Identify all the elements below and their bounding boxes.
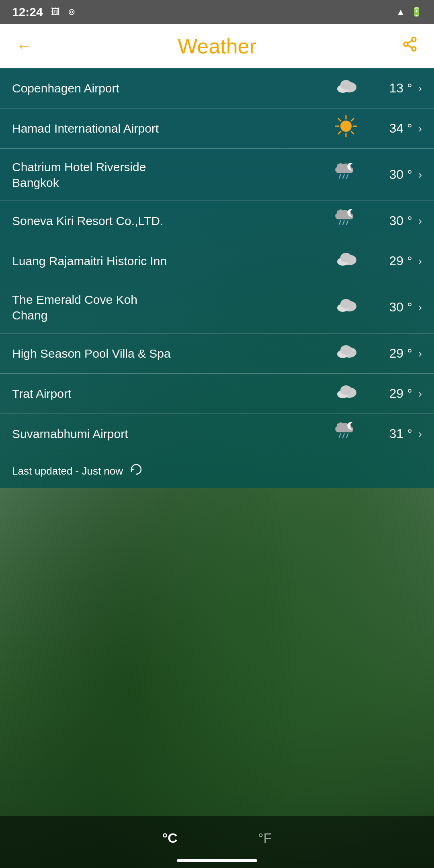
weather-icon-rainy-night bbox=[328, 160, 364, 189]
svg-line-19 bbox=[346, 174, 348, 178]
location-name: The Emerald Cove KohChang bbox=[12, 292, 328, 323]
weather-icon-sunny bbox=[328, 114, 364, 143]
temperature: 29 ° bbox=[364, 386, 412, 401]
svg-point-31 bbox=[340, 345, 352, 355]
weather-item[interactable]: Copenhagen Airport 13 ° › bbox=[0, 68, 434, 108]
location-name: Copenhagen Airport bbox=[12, 80, 328, 96]
weather-icon-cloudy bbox=[328, 76, 364, 101]
refresh-button[interactable] bbox=[129, 462, 143, 480]
weather-item[interactable]: High Season Pool Villa & Spa 29 ° › bbox=[0, 334, 434, 374]
weather-list: Copenhagen Airport 13 ° › Hamad Internat… bbox=[0, 68, 434, 454]
status-bar: 12:24 🖼 ⊚ ▲ 🔋 bbox=[0, 0, 434, 24]
at-icon: ⊚ bbox=[68, 7, 75, 17]
location-name: High Season Pool Villa & Spa bbox=[12, 346, 328, 361]
temperature: 29 ° bbox=[364, 254, 412, 268]
weather-icon-rainy-night bbox=[328, 207, 364, 235]
svg-line-18 bbox=[343, 174, 344, 178]
chevron-right-icon: › bbox=[418, 82, 422, 95]
location-name: Chatrium Hotel RiversideBangkok bbox=[12, 159, 328, 190]
chevron-right-icon: › bbox=[418, 122, 422, 135]
location-name: Luang Rajamaitri Historic Inn bbox=[12, 253, 328, 269]
share-button[interactable] bbox=[402, 36, 418, 56]
svg-line-36 bbox=[343, 434, 344, 437]
weather-item[interactable]: Hamad International Airport 34 ° › bbox=[0, 108, 434, 149]
svg-line-20 bbox=[339, 221, 341, 224]
temperature: 30 ° bbox=[364, 167, 412, 182]
fahrenheit-button[interactable]: °F bbox=[258, 830, 272, 846]
svg-point-25 bbox=[340, 253, 352, 262]
weather-icon-cloudy bbox=[328, 295, 364, 320]
svg-line-22 bbox=[346, 221, 348, 224]
celsius-button[interactable]: °C bbox=[162, 830, 178, 846]
last-updated-bar: Last updated - Just now bbox=[0, 454, 434, 488]
photo-icon: 🖼 bbox=[51, 7, 60, 17]
weather-item[interactable]: The Emerald Cove KohChang 30 ° › bbox=[0, 281, 434, 334]
chevron-right-icon: › bbox=[418, 255, 422, 268]
status-bar-left: 12:24 🖼 ⊚ bbox=[12, 5, 75, 19]
svg-point-8 bbox=[340, 121, 352, 132]
weather-item[interactable]: Suvarnabhumi Airport 31 ° › bbox=[0, 414, 434, 454]
home-indicator bbox=[177, 859, 257, 862]
weather-item[interactable]: Trat Airport 29 ° › bbox=[0, 374, 434, 414]
weather-item[interactable]: Soneva Kiri Resort Co.,LTD. 30 ° › bbox=[0, 201, 434, 241]
weather-icon-rainy-night bbox=[328, 420, 364, 448]
svg-line-17 bbox=[339, 174, 341, 178]
temperature: 34 ° bbox=[364, 121, 412, 136]
svg-line-16 bbox=[338, 131, 341, 134]
weather-item[interactable]: Chatrium Hotel RiversideBangkok 30 ° › bbox=[0, 149, 434, 201]
location-name: Soneva Kiri Resort Co.,LTD. bbox=[12, 213, 328, 229]
location-name: Trat Airport bbox=[12, 386, 328, 401]
temperature: 31 ° bbox=[364, 426, 412, 441]
temperature: 29 ° bbox=[364, 346, 412, 361]
chevron-right-icon: › bbox=[418, 347, 422, 360]
temperature: 13 ° bbox=[364, 81, 412, 96]
back-button[interactable]: ← bbox=[16, 37, 32, 55]
last-updated-text: Last updated - Just now bbox=[12, 465, 123, 477]
weather-icon-cloudy bbox=[328, 341, 364, 366]
chevron-right-icon: › bbox=[418, 215, 422, 227]
wifi-icon: ▲ bbox=[396, 7, 405, 17]
svg-point-34 bbox=[340, 385, 352, 395]
svg-line-15 bbox=[351, 119, 354, 121]
temperature: 30 ° bbox=[364, 213, 412, 228]
svg-point-28 bbox=[340, 299, 352, 309]
svg-line-4 bbox=[407, 41, 412, 43]
chevron-right-icon: › bbox=[418, 301, 422, 314]
chevron-right-icon: › bbox=[418, 168, 422, 181]
weather-icon-cloudy bbox=[328, 249, 364, 274]
header: ← Weather bbox=[0, 24, 434, 68]
svg-point-7 bbox=[340, 80, 352, 90]
page-title: Weather bbox=[178, 34, 256, 58]
location-name: Suvarnabhumi Airport bbox=[12, 426, 328, 442]
svg-line-21 bbox=[343, 221, 344, 224]
status-time: 12:24 bbox=[12, 5, 43, 19]
chevron-right-icon: › bbox=[418, 387, 422, 400]
svg-line-13 bbox=[338, 119, 341, 121]
weather-icon-cloudy bbox=[328, 381, 364, 406]
battery-icon: 🔋 bbox=[411, 7, 422, 17]
svg-line-35 bbox=[339, 434, 341, 437]
status-bar-right: ▲ 🔋 bbox=[396, 7, 422, 17]
svg-line-37 bbox=[346, 434, 348, 437]
svg-line-14 bbox=[351, 131, 354, 134]
location-name: Hamad International Airport bbox=[12, 121, 328, 136]
temperature: 30 ° bbox=[364, 300, 412, 315]
svg-line-3 bbox=[407, 45, 412, 48]
chevron-right-icon: › bbox=[418, 428, 422, 440]
weather-item[interactable]: Luang Rajamaitri Historic Inn 29 ° › bbox=[0, 241, 434, 281]
